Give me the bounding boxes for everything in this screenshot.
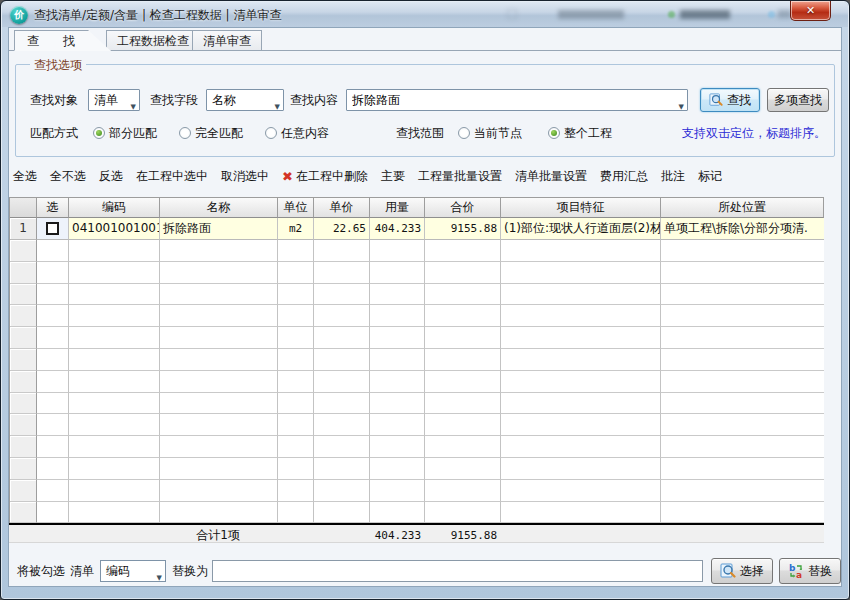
header-features[interactable]: 项目特征 <box>501 198 661 218</box>
row-checkbox[interactable] <box>46 222 59 235</box>
radio-label: 部分匹配 <box>109 126 157 140</box>
replace-button[interactable]: ba 替换 <box>779 558 841 584</box>
search-icon <box>720 563 736 579</box>
close-icon: ✕ <box>806 4 815 17</box>
radio-label: 完全匹配 <box>195 126 243 140</box>
header-total-price[interactable]: 合价 <box>425 198 501 218</box>
radio-whole-project[interactable]: 整个工程 <box>548 125 612 142</box>
titlebar-reflection <box>507 9 517 19</box>
main-action[interactable]: 主要 <box>381 168 405 185</box>
client-area: 查 找 工程数据检查 清单审查 查找选项 查找对象 清单 ▼ 查找字段 名称 ▼… <box>8 27 842 587</box>
search-field-dropdown[interactable]: 名称 ▼ <box>206 89 284 111</box>
header-location[interactable]: 所处位置 <box>661 198 824 218</box>
select-button[interactable]: 选择 <box>711 558 773 584</box>
row-location: 单项工程\拆除\分部分项清. <box>661 218 824 240</box>
tab-list-review[interactable]: 清单审查 <box>192 30 262 51</box>
summary-spacer <box>313 525 369 542</box>
search-fields-row: 查找对象 清单 ▼ 查找字段 名称 ▼ 查找内容 ▼ 查找 <box>16 89 834 111</box>
header-name[interactable]: 名称 <box>160 198 278 218</box>
search-content-input[interactable] <box>347 91 687 111</box>
invert-selection-action[interactable]: 反选 <box>99 168 123 185</box>
quantity-batch-set-action[interactable]: 工程量批量设置 <box>418 168 502 185</box>
search-options-group: 查找选项 查找对象 清单 ▼ 查找字段 名称 ▼ 查找内容 ▼ <box>15 64 835 157</box>
replace-value-input[interactable] <box>212 560 703 582</box>
chevron-down-icon: ▼ <box>131 97 136 117</box>
header-select[interactable]: 选 <box>37 198 69 218</box>
table-empty-row <box>10 414 824 436</box>
header-code[interactable]: 编码 <box>69 198 160 218</box>
radio-partial-match[interactable]: 部分匹配 <box>93 125 157 142</box>
select-in-project-action[interactable]: 在工程中选中 <box>136 168 208 185</box>
annotation-action[interactable]: 批注 <box>661 168 685 185</box>
radio-icon[interactable] <box>548 127 560 139</box>
header-quantity[interactable]: 用量 <box>370 198 425 218</box>
radio-label: 当前节点 <box>474 126 522 140</box>
table-empty-rows <box>10 240 824 524</box>
table-empty-row <box>10 327 824 349</box>
titlebar-reflection <box>768 11 775 18</box>
table-header-row: 选 编码 名称 单位 单价 用量 合价 项目特征 所处位置 <box>10 198 824 218</box>
checked-label: 将被勾选 <box>17 563 65 580</box>
dialog-window: 价 查找清单/定额/含量 | 检查工程数据 | 清单审查 ✕ 查 找 工程数据检… <box>0 0 850 600</box>
search-target-dropdown[interactable]: 清单 ▼ <box>88 89 140 111</box>
title-bar[interactable]: 价 查找清单/定额/含量 | 检查工程数据 | 清单审查 <box>2 2 848 27</box>
summary-total: 9155.88 <box>424 525 500 542</box>
search-target-value: 清单 <box>94 93 118 107</box>
radio-icon[interactable] <box>179 127 191 139</box>
radio-full-match[interactable]: 完全匹配 <box>179 125 243 142</box>
summary-spacer <box>660 525 823 542</box>
search-field-value: 名称 <box>212 93 236 107</box>
summary-spacer <box>9 525 36 542</box>
radio-current-node[interactable]: 当前节点 <box>458 125 522 142</box>
row-quantity: 404.233 <box>370 218 425 240</box>
radio-icon[interactable] <box>93 127 105 139</box>
table-row[interactable]: 1 041001001001 拆除路面 m2 22.65 404.233 915… <box>10 218 824 240</box>
summary-row: 合计1项 404.233 9155.88 <box>9 525 824 543</box>
radio-icon[interactable] <box>458 127 470 139</box>
delete-in-project-action[interactable]: ✖在工程中删除 <box>282 168 368 185</box>
window-title: 查找清单/定额/含量 | 检查工程数据 | 清单审查 <box>34 7 281 24</box>
find-button[interactable]: 查找 <box>700 88 760 112</box>
radio-any-content[interactable]: 任意内容 <box>265 125 329 142</box>
app-icon: 价 <box>10 6 28 24</box>
list-batch-set-action[interactable]: 清单批量设置 <box>515 168 587 185</box>
select-all-action[interactable]: 全选 <box>13 168 37 185</box>
summary-quantity: 404.233 <box>369 525 424 542</box>
mark-action[interactable]: 标记 <box>698 168 722 185</box>
summary-spacer <box>68 525 159 542</box>
replace-field-value: 编码 <box>106 564 130 578</box>
tab-project-data-check[interactable]: 工程数据检查 <box>106 30 200 51</box>
cancel-selection-action[interactable]: 取消选中 <box>221 168 269 185</box>
row-select-cell <box>37 218 69 240</box>
radio-icon[interactable] <box>265 127 277 139</box>
table-empty-row <box>10 305 824 327</box>
radio-label: 整个工程 <box>564 126 612 140</box>
chevron-down-icon: ▼ <box>157 568 162 587</box>
match-mode-label: 匹配方式 <box>30 125 78 142</box>
summary-spacer <box>500 525 660 542</box>
header-unit-price[interactable]: 单价 <box>314 198 370 218</box>
search-options-row: 匹配方式 部分匹配 完全匹配 任意内容 查找范围 当前节点 整个工程 支持双击定… <box>16 125 834 141</box>
titlebar-reflection <box>668 11 675 18</box>
table-empty-row <box>10 436 824 458</box>
table-empty-row <box>10 349 824 371</box>
multi-find-button[interactable]: 多项查找 <box>767 88 829 112</box>
tab-find[interactable]: 查 找 <box>14 30 112 51</box>
action-toolbar: 全选 全不选 反选 在工程中选中 取消选中 ✖在工程中删除 主要 工程量批量设置… <box>13 163 837 189</box>
titlebar-reflection <box>680 10 730 19</box>
row-total-price: 9155.88 <box>425 218 501 240</box>
search-content-label: 查找内容 <box>290 92 338 109</box>
replace-button-label: 替换 <box>808 563 832 580</box>
table-empty-row <box>10 458 824 480</box>
hint-text: 支持双击定位，标题排序。 <box>682 125 826 142</box>
replace-field-dropdown[interactable]: 编码 ▼ <box>100 560 166 582</box>
svg-text:a: a <box>796 570 802 579</box>
header-unit[interactable]: 单位 <box>278 198 314 218</box>
cost-summary-action[interactable]: 费用汇总 <box>600 168 648 185</box>
table-empty-row <box>10 480 824 502</box>
close-button[interactable]: ✕ <box>790 1 831 21</box>
scope-label: 查找范围 <box>396 125 444 142</box>
search-content-combobox[interactable]: ▼ <box>346 89 688 111</box>
select-none-action[interactable]: 全不选 <box>50 168 86 185</box>
select-button-label: 选择 <box>740 563 764 580</box>
